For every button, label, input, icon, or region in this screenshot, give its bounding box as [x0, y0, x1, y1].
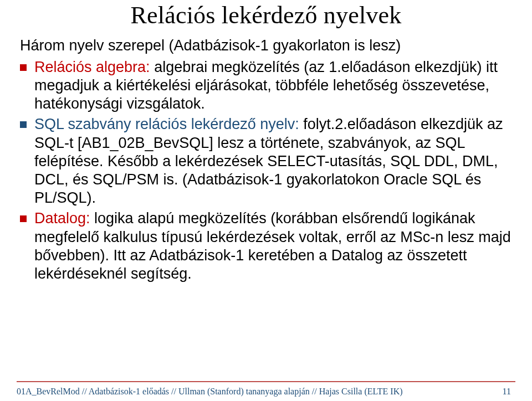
bullet-sql: SQL szabvány relációs lekérdező nyelv: f…: [20, 115, 515, 207]
slide-body: Három nyelv szerepel (Adatbázisok-1 gyak…: [17, 37, 515, 283]
page-number: 11: [503, 387, 515, 397]
intro-text: Három nyelv szerepel (Adatbázisok-1 gyak…: [20, 37, 515, 55]
bullet-relational-algebra: Relációs algebra: algebrai megközelítés …: [20, 58, 515, 114]
square-bullet-icon: [20, 121, 27, 128]
bullet-text: Relációs algebra: algebrai megközelítés …: [34, 58, 515, 114]
footer: 01A_BevRelMod // Adatbázisok-1 előadás /…: [17, 387, 515, 397]
footer-divider: [17, 381, 515, 382]
slide: Relációs lekérdező nyelvek Három nyelv s…: [0, 1, 532, 401]
square-bullet-icon: [20, 215, 27, 222]
square-bullet-icon: [20, 64, 27, 71]
bullet-datalog: Datalog: logika alapú megközelítés (korá…: [20, 209, 515, 283]
bullet-lead: Datalog:: [34, 210, 90, 227]
footer-text: 01A_BevRelMod // Adatbázisok-1 előadás /…: [17, 387, 403, 397]
slide-title: Relációs lekérdező nyelvek: [17, 1, 515, 29]
bullet-lead: Relációs algebra:: [34, 59, 150, 75]
bullet-text: SQL szabvány relációs lekérdező nyelv: f…: [34, 115, 515, 207]
bullet-text: Datalog: logika alapú megközelítés (korá…: [34, 209, 515, 283]
bullet-rest: logika alapú megközelítés (korábban első…: [34, 210, 511, 282]
bullet-lead: SQL szabvány relációs lekérdező nyelv:: [34, 116, 299, 132]
